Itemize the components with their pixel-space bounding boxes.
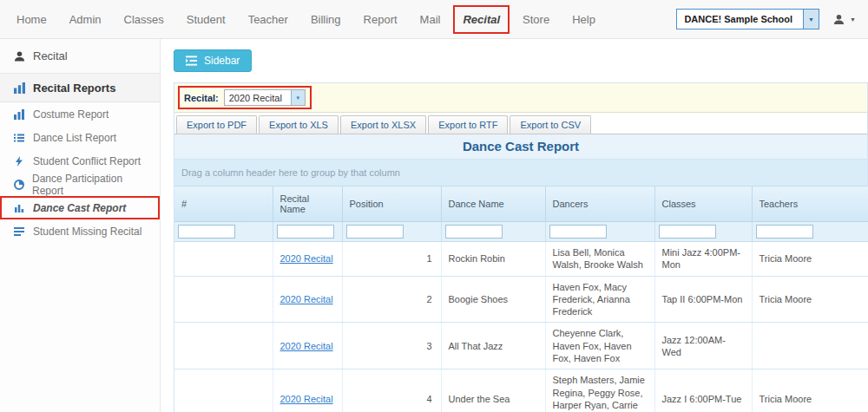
sidebar-item-student-conflict-report[interactable]: Student Conflict Report: [0, 149, 160, 173]
column-header-number[interactable]: #: [174, 186, 273, 222]
column-header-dance-name[interactable]: Dance Name: [441, 186, 545, 222]
sidebar-header-label: Recital: [33, 49, 68, 62]
column-header-teachers[interactable]: Teachers: [752, 186, 868, 222]
bar-chart-icon: [14, 109, 25, 120]
sidebar-item-student-missing-recital[interactable]: Student Missing Recital: [0, 219, 160, 243]
column-header-recital-name[interactable]: Recital Name: [273, 186, 342, 222]
cell-teachers: Tricia Moore: [752, 242, 868, 277]
filter-cell-dancers: [545, 222, 654, 242]
user-icon: [14, 50, 25, 62]
filter-input-dance-name[interactable]: [445, 225, 503, 239]
cell-dance-name: Rockin Robin: [441, 242, 545, 277]
table-row: 2020 Recital3All That JazzCheyenne Clark…: [174, 323, 868, 369]
cell-dance-name: Boogie Shoes: [441, 276, 545, 323]
user-menu[interactable]: ▼: [833, 13, 856, 26]
filter-input-classes[interactable]: [659, 225, 716, 239]
recital-link[interactable]: 2020 Recital: [280, 394, 333, 404]
sidebar-items: Costume ReportDance List ReportStudent C…: [0, 102, 160, 243]
chevron-down-icon[interactable]: ▼: [291, 90, 305, 105]
nav-item-mail[interactable]: Mail: [409, 7, 452, 32]
nav-item-billing[interactable]: Billing: [299, 7, 352, 32]
export-button-export-to-xls[interactable]: Export to XLS: [259, 115, 339, 134]
cell-number: [174, 369, 273, 412]
nav-item-admin[interactable]: Admin: [58, 7, 113, 32]
chevron-down-icon[interactable]: ▼: [803, 10, 819, 29]
report-title: Dance Cast Report: [174, 134, 867, 160]
export-button-export-to-rtf[interactable]: Export to RTF: [428, 115, 508, 134]
export-button-export-to-pdf[interactable]: Export to PDF: [176, 115, 257, 134]
table-row: 2020 Recital2Boogie ShoesHaven Fox, Macy…: [174, 276, 868, 323]
filter-cell-dance-name: [441, 222, 545, 242]
filter-cell-classes: [654, 222, 752, 242]
column-header-dancers[interactable]: Dancers: [545, 186, 654, 222]
nav-item-student[interactable]: Student: [175, 7, 237, 32]
top-nav-right: DANCE! Sample School ▼ ▼: [676, 9, 856, 29]
top-nav: HomeAdminClassesStudentTeacherBillingRep…: [0, 0, 868, 39]
filter-cell-position: [342, 222, 441, 242]
bar-chart-icon: [14, 82, 25, 94]
main-content: Sidebar Recital: 2020 Recital ▼ Export t…: [161, 39, 868, 412]
nav-item-home[interactable]: Home: [5, 7, 58, 32]
nav-item-recital[interactable]: Recital: [453, 5, 510, 34]
recital-link[interactable]: 2020 Recital: [280, 294, 333, 304]
cell-number: [174, 276, 273, 323]
cell-position: 1: [342, 242, 441, 277]
nav-item-report[interactable]: Report: [352, 7, 409, 32]
table-row: 2020 Recital4Under the SeaSteph Masters,…: [174, 369, 868, 412]
sidebar-item-dance-participation-report[interactable]: Dance Participation Report: [0, 173, 160, 196]
recital-select-value: 2020 Recital: [225, 90, 291, 105]
sidebar-toggle-label: Sidebar: [204, 55, 240, 67]
filter-input-dancers[interactable]: [549, 225, 607, 239]
cell-number: [174, 242, 273, 277]
report-panel: Recital: 2020 Recital ▼ Export to PDFExp…: [174, 82, 868, 412]
nav-item-help[interactable]: Help: [561, 7, 607, 32]
cell-position: 3: [342, 323, 441, 369]
cell-dance-name: Under the Sea: [441, 369, 545, 412]
cell-teachers: Tricia Moore: [752, 276, 868, 323]
filter-cell-recital-name: [273, 222, 342, 242]
sidebar-item-dance-cast-report[interactable]: Dance Cast Report: [0, 196, 160, 219]
sidebar-item-label: Dance Participation Report: [32, 173, 146, 197]
sidebar: Recital Recital Reports Costume ReportDa…: [0, 39, 161, 412]
cell-recital-name: 2020 Recital: [273, 276, 342, 323]
nav-item-classes[interactable]: Classes: [113, 7, 175, 32]
column-header-classes[interactable]: Classes: [654, 186, 752, 222]
annotation-box: Recital: 2020 Recital ▼: [178, 86, 312, 109]
recital-link[interactable]: 2020 Recital: [280, 253, 333, 264]
filter-input-teachers[interactable]: [756, 225, 813, 239]
cell-teachers: Tricia Moore: [752, 369, 868, 412]
sidebar-item-costume-report[interactable]: Costume Report: [0, 102, 160, 126]
nav-item-store[interactable]: Store: [511, 7, 561, 32]
school-selector-value: DANCE! Sample School: [677, 10, 803, 29]
list-icon: [14, 133, 25, 143]
sidebar-toggle-button[interactable]: Sidebar: [174, 49, 252, 72]
main-menu: HomeAdminClassesStudentTeacherBillingRep…: [5, 5, 607, 34]
export-toolbar: Export to PDFExport to XLSExport to XLSX…: [174, 113, 867, 134]
sidebar-item-dance-list-report[interactable]: Dance List Report: [0, 126, 160, 149]
school-selector[interactable]: DANCE! Sample School ▼: [676, 9, 819, 29]
recital-link[interactable]: 2020 Recital: [280, 341, 333, 351]
cell-classes: Tap II 6:00PM-Mon: [654, 276, 752, 323]
cell-recital-name: 2020 Recital: [273, 242, 342, 277]
sidebar-section-label: Recital Reports: [33, 82, 115, 95]
cell-dancers: Lisa Bell, Monica Walsh, Brooke Walsh: [545, 242, 654, 277]
column-header-position[interactable]: Position: [342, 186, 441, 222]
sidebar-item-label: Student Conflict Report: [33, 155, 141, 167]
participation-report-icon: [14, 180, 24, 190]
export-button-export-to-csv[interactable]: Export to CSV: [510, 115, 591, 134]
recital-select[interactable]: 2020 Recital ▼: [224, 89, 306, 106]
sidebar-section-recital-reports[interactable]: Recital Reports: [0, 74, 160, 102]
cell-dance-name: All That Jazz: [441, 323, 545, 369]
filter-input-recital-name[interactable]: [277, 225, 334, 239]
cell-classes: Jazz 12:00AM-Wed: [654, 323, 752, 369]
filter-input-number[interactable]: [178, 225, 235, 239]
nav-item-teacher[interactable]: Teacher: [237, 7, 299, 32]
filter-input-position[interactable]: [346, 225, 404, 239]
cell-position: 2: [342, 276, 441, 323]
sidebar-item-label: Dance Cast Report: [33, 202, 126, 214]
report-table: #Recital NamePositionDance NameDancersCl…: [174, 186, 868, 412]
export-button-export-to-xlsx[interactable]: Export to XLSX: [340, 115, 426, 134]
cell-position: 4: [342, 369, 441, 412]
sidebar-item-label: Dance List Report: [33, 132, 116, 144]
group-by-hint: Drag a column header here to group by th…: [174, 160, 867, 186]
